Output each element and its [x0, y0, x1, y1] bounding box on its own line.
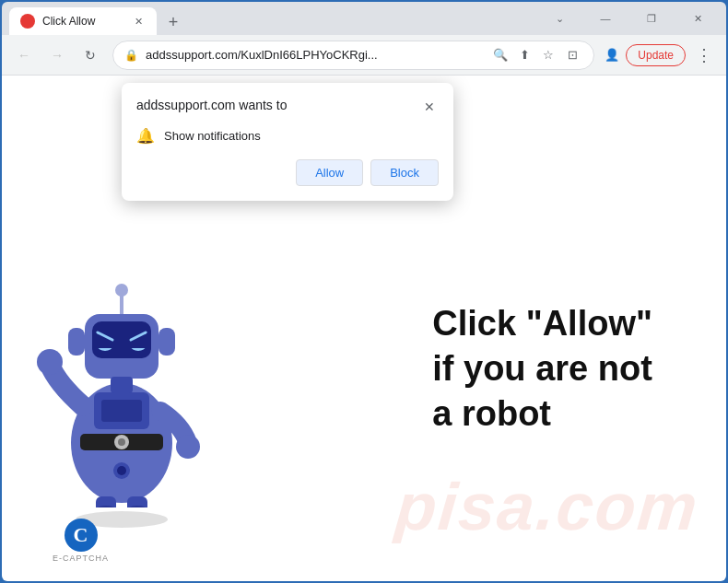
- profile-icon[interactable]: 👤: [602, 45, 622, 65]
- svg-point-15: [115, 284, 128, 297]
- address-icons: 🔍 ⬆ ☆ ⊡: [490, 45, 582, 65]
- update-button[interactable]: Update: [626, 44, 686, 66]
- forward-button[interactable]: →: [42, 41, 72, 70]
- popup-buttons: Allow Block: [136, 159, 439, 186]
- window-maximize-button[interactable]: ❐: [630, 4, 673, 33]
- ecaptcha-icon: C: [65, 519, 98, 552]
- main-text: Click "Allow" if you are not a robot: [432, 301, 652, 437]
- tab-favicon: [20, 14, 35, 29]
- back-button[interactable]: ←: [9, 41, 39, 70]
- svg-rect-11: [98, 342, 112, 348]
- notification-text: Show notifications: [164, 129, 261, 143]
- title-bar: Click Allow ✕ + ⌄ — ❐ ✕: [2, 2, 726, 35]
- menu-button[interactable]: ⋮: [689, 41, 719, 70]
- toolbar-right: 👤 Update ⋮: [602, 41, 719, 70]
- window-close-button[interactable]: ✕: [676, 4, 719, 33]
- bell-icon: 🔔: [136, 127, 155, 145]
- svg-point-19: [37, 349, 63, 375]
- address-bar[interactable]: 🔒 addssupport.com/KuxlDnI66LPHYoCKRgi...…: [112, 41, 594, 70]
- active-tab[interactable]: Click Allow ✕: [9, 7, 157, 35]
- window-controls: ⌄ — ❐ ✕: [538, 4, 719, 33]
- new-tab-button[interactable]: +: [160, 9, 186, 35]
- main-text-line1: Click "Allow": [432, 301, 652, 346]
- tab-search-icon[interactable]: ⊡: [562, 45, 582, 65]
- svg-rect-5: [101, 400, 142, 422]
- svg-rect-7: [92, 321, 151, 358]
- tab-area: Click Allow ✕ +: [9, 2, 531, 35]
- tab-close-button[interactable]: ✕: [131, 14, 146, 29]
- allow-button[interactable]: Allow: [296, 159, 363, 186]
- search-icon[interactable]: 🔍: [490, 45, 511, 65]
- lock-icon: 🔒: [124, 49, 138, 62]
- main-text-line2: if you are not: [432, 346, 652, 391]
- robot-illustration: [29, 213, 232, 526]
- svg-point-3: [118, 438, 125, 446]
- ecaptcha-label: E-CAPTCHA: [53, 554, 109, 563]
- url-text: addssupport.com/KuxlDnI66LPHYoCKRgi...: [146, 48, 483, 62]
- bookmark-icon[interactable]: ☆: [538, 45, 558, 65]
- webpage-content: pisa.com: [2, 76, 726, 581]
- popup-header: addssupport.com wants to ✕: [136, 98, 439, 116]
- popup-notification-row: 🔔 Show notifications: [136, 127, 439, 145]
- popup-title: addssupport.com wants to: [136, 98, 287, 112]
- window-expand-button[interactable]: ⌄: [538, 4, 581, 33]
- window-minimize-button[interactable]: —: [584, 4, 627, 33]
- tab-title: Click Allow: [42, 15, 123, 28]
- browser-window: Click Allow ✕ + ⌄ — ❐ ✕ ← → ↻ 🔒 addssupp…: [0, 0, 728, 583]
- permission-popup: addssupport.com wants to ✕ 🔔 Show notifi…: [122, 83, 453, 201]
- popup-close-button[interactable]: ✕: [420, 98, 439, 116]
- svg-rect-13: [131, 342, 146, 348]
- svg-point-20: [176, 435, 200, 459]
- svg-rect-17: [159, 328, 175, 356]
- main-text-line3: a robot: [432, 392, 652, 437]
- ecaptcha-logo: C E-CAPTCHA: [53, 519, 109, 563]
- watermark: pisa.com: [393, 469, 701, 544]
- svg-rect-16: [68, 328, 85, 356]
- block-button[interactable]: Block: [370, 159, 439, 186]
- svg-rect-18: [111, 377, 133, 393]
- browser-toolbar: ← → ↻ 🔒 addssupport.com/KuxlDnI66LPHYoCK…: [2, 35, 726, 76]
- share-icon[interactable]: ⬆: [514, 45, 534, 65]
- reload-button[interactable]: ↻: [76, 41, 105, 70]
- svg-point-26: [117, 466, 126, 475]
